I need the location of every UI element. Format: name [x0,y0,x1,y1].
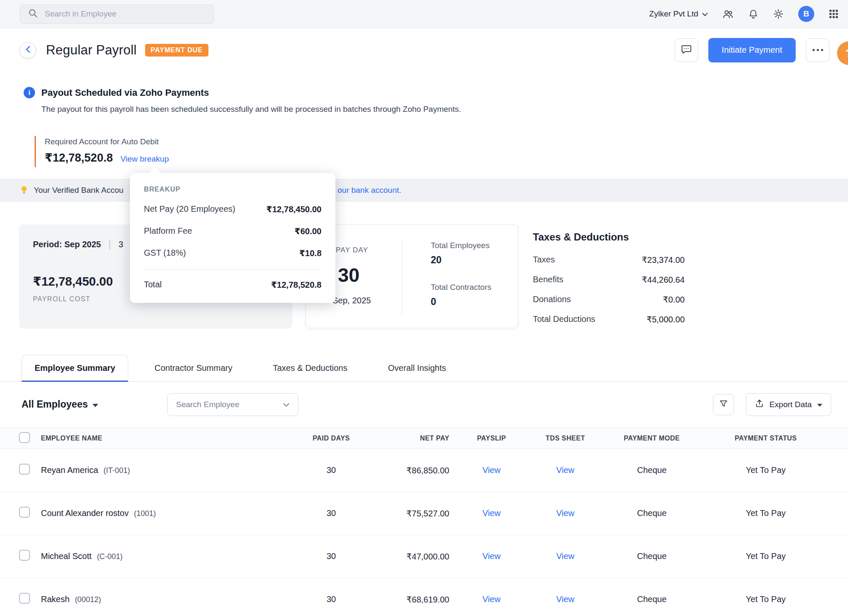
global-search-box[interactable] [20,5,214,24]
info-icon: i [24,87,35,98]
back-button[interactable] [20,42,36,58]
tab-employee-summary[interactable]: Employee Summary [22,355,128,382]
topbar-right: Zylker Pvt Ltd [649,6,839,22]
breakup-title: BREAKUP [144,186,321,193]
table-row[interactable]: Reyan America (IT-001) 30 ₹86,850.00 Vie… [0,449,848,492]
search-employee-placeholder: Search Employee [176,400,239,409]
more-options-button[interactable] [806,38,829,62]
paid-days-cell: 30 [297,594,365,604]
breakup-total-row: Total ₹12,78,520.8 [144,280,321,290]
tax-row: Taxes ₹23,374.00 [533,255,685,265]
table-row[interactable]: Micheal Scott (C-001) 30 ₹47,000.00 View… [0,535,848,578]
apps-grid-icon[interactable] [829,9,839,19]
column-net-pay: NET PAY [365,435,454,442]
settings-gear-icon[interactable] [773,8,784,19]
payment-status-cell: Yet To Pay [702,465,829,475]
row-checkbox[interactable] [19,464,30,475]
table-row[interactable]: Rakesh (00012) 30 ₹68,619.00 View View C… [0,578,848,616]
tax-row: Benefits ₹44,260.64 [533,275,685,285]
employee-name: Micheal Scott [41,551,92,561]
breakup-row: Platform Fee ₹60.00 [144,226,321,236]
vertical-divider [402,238,402,315]
notice-title: Payout Scheduled via Zoho Payments [41,87,209,98]
pay-day-date: Sep, 2025 [332,296,371,305]
tax-value: ₹5,000.00 [646,314,685,324]
global-search-input[interactable] [45,9,206,19]
required-account-block: Required Account for Auto Debit ₹12,78,5… [35,136,461,167]
search-employee-combobox[interactable]: Search Employee [167,393,298,416]
more-horizontal-icon [813,49,823,51]
row-checkbox[interactable] [19,593,30,604]
tab-overall-insights[interactable]: Overall Insights [373,354,460,381]
tds-sheet-view-link[interactable]: View [556,594,575,604]
export-data-label: Export Data [770,400,812,409]
net-pay-cell: ₹47,000.00 [365,551,454,562]
employees-filter-dropdown[interactable]: All Employees [22,399,98,410]
period-extra-text: 3 [119,240,123,249]
bank-verification-banner: Your Verified Bank Accou our bank accoun… [0,178,848,202]
tax-label: Donations [533,294,571,305]
payment-status-cell: Yet To Pay [702,551,829,561]
tax-label: Total Deductions [533,314,595,324]
taxes-deductions-summary: Taxes & Deductions Taxes ₹23,374.00 Bene… [533,231,685,324]
export-icon [755,399,764,410]
payslip-view-link[interactable]: View [483,508,501,518]
export-data-button[interactable]: Export Data [746,393,831,416]
tax-label: Taxes [533,255,555,265]
employee-table: EMPLOYEE NAME PAID DAYS NET PAY PAYSLIP … [0,427,848,616]
employee-name-cell: Count Alexander rostov (1001) [41,508,297,518]
filter-button[interactable] [713,394,734,415]
users-icon[interactable] [722,8,734,20]
net-pay-cell: ₹75,527.00 [365,508,454,519]
payslip-view-link[interactable]: View [483,465,501,475]
tab-taxes-deductions[interactable]: Taxes & Deductions [259,354,362,381]
breakup-value: ₹10.8 [299,248,321,258]
paid-days-cell: 30 [297,508,365,518]
view-breakup-link[interactable]: View breakup [120,154,169,164]
breakup-total-value: ₹12,78,520.8 [271,280,321,290]
notifications-bell-icon[interactable] [748,9,759,19]
tax-value: ₹23,374.00 [642,255,685,265]
period-label: Period: Sep 2025 [33,240,101,249]
paid-days-cell: 30 [297,465,365,475]
initiate-payment-button[interactable]: Initiate Payment [708,38,796,62]
breakup-value: ₹60.00 [294,226,321,236]
row-checkbox[interactable] [19,550,30,561]
tax-row: Total Deductions ₹5,000.00 [533,314,685,324]
employee-id: (1001) [134,509,156,518]
row-checkbox[interactable] [19,507,30,518]
bank-banner-text: Your Verified Bank Accou [34,186,124,195]
bank-account-link[interactable]: our bank account. [338,186,401,195]
payment-status-cell: Yet To Pay [702,508,829,518]
table-row[interactable]: Count Alexander rostov (1001) 30 ₹75,527… [0,492,848,535]
summary-tabs: Employee Summary Contractor Summary Taxe… [0,354,848,382]
payslip-view-link[interactable]: View [483,551,501,561]
employee-name: Count Alexander rostov [41,508,129,518]
org-switcher[interactable]: Zylker Pvt Ltd [649,9,708,19]
page-title: Regular Payroll [46,43,137,58]
payment-mode-cell: Cheque [601,508,702,518]
select-all-checkbox[interactable] [19,432,30,443]
popover-divider [144,269,321,270]
tab-contractor-summary[interactable]: Contractor Summary [140,354,247,381]
pay-day-number: 30 [338,264,359,286]
breakup-label: Net Pay (20 Employees) [144,204,235,214]
tds-sheet-view-link[interactable]: View [556,465,575,475]
employees-filter-label: All Employees [22,399,88,410]
tds-sheet-view-link[interactable]: View [556,551,575,561]
column-payment-mode: PAYMENT MODE [601,435,702,442]
tax-label: Benefits [533,275,563,285]
search-icon [28,8,38,20]
employee-name-cell: Micheal Scott (C-001) [41,551,297,561]
org-name: Zylker Pvt Ltd [649,9,698,19]
avatar[interactable]: B [798,6,814,22]
payslip-view-link[interactable]: View [483,594,501,604]
tax-row: Donations ₹0.00 [533,294,685,305]
period-divider: | [108,239,111,250]
breakup-label: GST (18%) [144,248,186,258]
total-contractors-value: 0 [431,296,492,308]
comments-button[interactable] [675,38,698,62]
payment-status-cell: Yet To Pay [702,594,829,604]
employee-id: (00012) [75,595,101,604]
tds-sheet-view-link[interactable]: View [556,508,575,518]
